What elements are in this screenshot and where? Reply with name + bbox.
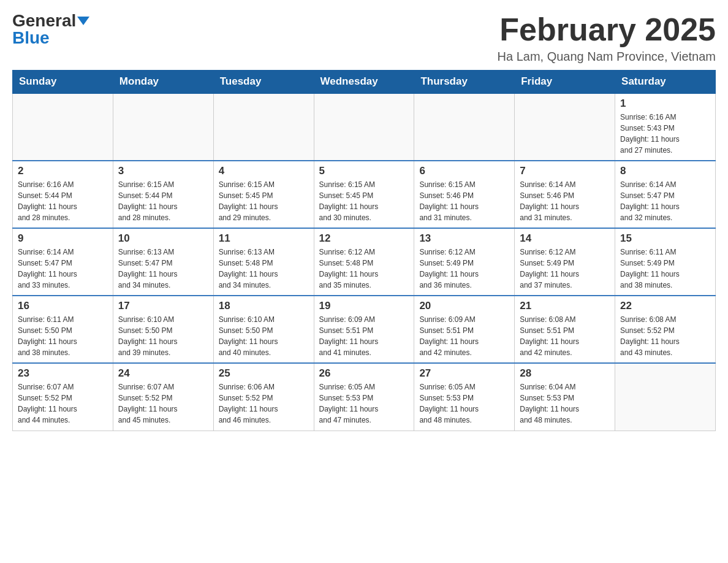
- day-info: Sunrise: 6:11 AMSunset: 5:49 PMDaylight:…: [620, 247, 710, 291]
- day-number: 23: [18, 367, 108, 380]
- calendar-week-3: 9Sunrise: 6:14 AMSunset: 5:47 PMDaylight…: [13, 228, 716, 296]
- calendar-cell: 5Sunrise: 6:15 AMSunset: 5:45 PMDaylight…: [314, 161, 414, 228]
- day-number: 17: [118, 300, 208, 312]
- day-info: Sunrise: 6:07 AMSunset: 5:52 PMDaylight:…: [118, 381, 208, 426]
- logo-blue-text: Blue: [12, 29, 50, 47]
- col-header-monday: Monday: [113, 71, 213, 94]
- calendar-cell: 3Sunrise: 6:15 AMSunset: 5:44 PMDaylight…: [113, 161, 213, 228]
- calendar-cell: 26Sunrise: 6:05 AMSunset: 5:53 PMDayligh…: [314, 363, 414, 431]
- day-number: 19: [319, 300, 409, 312]
- calendar-cell: 13Sunrise: 6:12 AMSunset: 5:49 PMDayligh…: [414, 228, 515, 296]
- day-info: Sunrise: 6:14 AMSunset: 5:47 PMDaylight:…: [620, 179, 710, 223]
- day-number: 21: [520, 300, 610, 312]
- day-number: 27: [419, 367, 509, 380]
- day-info: Sunrise: 6:05 AMSunset: 5:53 PMDaylight:…: [419, 381, 509, 426]
- day-info: Sunrise: 6:15 AMSunset: 5:46 PMDaylight:…: [419, 179, 509, 223]
- calendar-cell: 20Sunrise: 6:09 AMSunset: 5:51 PMDayligh…: [414, 296, 515, 363]
- day-info: Sunrise: 6:06 AMSunset: 5:52 PMDaylight:…: [219, 381, 309, 426]
- col-header-sunday: Sunday: [13, 71, 113, 94]
- col-header-wednesday: Wednesday: [314, 71, 414, 94]
- calendar-cell: 15Sunrise: 6:11 AMSunset: 5:49 PMDayligh…: [615, 228, 716, 296]
- day-info: Sunrise: 6:10 AMSunset: 5:50 PMDaylight:…: [118, 314, 208, 358]
- calendar-cell: 8Sunrise: 6:14 AMSunset: 5:47 PMDaylight…: [615, 161, 716, 228]
- col-header-friday: Friday: [515, 71, 615, 94]
- day-info: Sunrise: 6:07 AMSunset: 5:52 PMDaylight:…: [18, 381, 108, 426]
- day-info: Sunrise: 6:04 AMSunset: 5:53 PMDaylight:…: [520, 381, 610, 426]
- calendar-cell: [13, 93, 113, 161]
- logo: General Blue: [12, 12, 89, 47]
- calendar-header-row: SundayMondayTuesdayWednesdayThursdayFrid…: [13, 71, 716, 94]
- day-info: Sunrise: 6:09 AMSunset: 5:51 PMDaylight:…: [419, 314, 509, 358]
- day-info: Sunrise: 6:13 AMSunset: 5:48 PMDaylight:…: [219, 247, 309, 291]
- calendar-cell: 1Sunrise: 6:16 AMSunset: 5:43 PMDaylight…: [615, 93, 716, 161]
- calendar-cell: [213, 93, 314, 161]
- day-info: Sunrise: 6:11 AMSunset: 5:50 PMDaylight:…: [18, 314, 108, 358]
- day-info: Sunrise: 6:13 AMSunset: 5:47 PMDaylight:…: [118, 247, 208, 291]
- calendar-cell: 22Sunrise: 6:08 AMSunset: 5:52 PMDayligh…: [615, 296, 716, 363]
- day-number: 7: [520, 165, 610, 177]
- day-number: 16: [18, 300, 108, 312]
- day-number: 3: [118, 165, 208, 177]
- day-info: Sunrise: 6:14 AMSunset: 5:46 PMDaylight:…: [520, 179, 610, 223]
- calendar-cell: 17Sunrise: 6:10 AMSunset: 5:50 PMDayligh…: [113, 296, 213, 363]
- day-number: 12: [319, 232, 409, 245]
- day-number: 5: [319, 165, 409, 177]
- calendar-cell: [113, 93, 213, 161]
- col-header-tuesday: Tuesday: [213, 71, 314, 94]
- day-info: Sunrise: 6:16 AMSunset: 5:43 PMDaylight:…: [620, 112, 710, 156]
- calendar-week-5: 23Sunrise: 6:07 AMSunset: 5:52 PMDayligh…: [13, 363, 716, 431]
- col-header-thursday: Thursday: [414, 71, 515, 94]
- calendar-cell: 16Sunrise: 6:11 AMSunset: 5:50 PMDayligh…: [13, 296, 113, 363]
- day-number: 8: [620, 165, 710, 177]
- calendar-cell: [314, 93, 414, 161]
- day-info: Sunrise: 6:15 AMSunset: 5:44 PMDaylight:…: [118, 179, 208, 223]
- day-number: 15: [620, 232, 710, 245]
- day-info: Sunrise: 6:08 AMSunset: 5:52 PMDaylight:…: [620, 314, 710, 358]
- calendar-cell: 12Sunrise: 6:12 AMSunset: 5:48 PMDayligh…: [314, 228, 414, 296]
- col-header-saturday: Saturday: [615, 71, 716, 94]
- calendar-week-1: 1Sunrise: 6:16 AMSunset: 5:43 PMDaylight…: [13, 93, 716, 161]
- calendar-cell: 19Sunrise: 6:09 AMSunset: 5:51 PMDayligh…: [314, 296, 414, 363]
- location-subtitle: Ha Lam, Quang Nam Province, Vietnam: [498, 50, 716, 64]
- calendar-cell: 28Sunrise: 6:04 AMSunset: 5:53 PMDayligh…: [515, 363, 615, 431]
- day-number: 10: [118, 232, 208, 245]
- day-info: Sunrise: 6:15 AMSunset: 5:45 PMDaylight:…: [319, 179, 409, 223]
- day-info: Sunrise: 6:09 AMSunset: 5:51 PMDaylight:…: [319, 314, 409, 358]
- calendar-cell: 23Sunrise: 6:07 AMSunset: 5:52 PMDayligh…: [13, 363, 113, 431]
- calendar-cell: 7Sunrise: 6:14 AMSunset: 5:46 PMDaylight…: [515, 161, 615, 228]
- calendar-cell: 21Sunrise: 6:08 AMSunset: 5:51 PMDayligh…: [515, 296, 615, 363]
- day-info: Sunrise: 6:10 AMSunset: 5:50 PMDaylight:…: [219, 314, 309, 358]
- day-number: 6: [419, 165, 509, 177]
- day-number: 26: [319, 367, 409, 380]
- day-info: Sunrise: 6:05 AMSunset: 5:53 PMDaylight:…: [319, 381, 409, 426]
- calendar-cell: 25Sunrise: 6:06 AMSunset: 5:52 PMDayligh…: [213, 363, 314, 431]
- day-info: Sunrise: 6:15 AMSunset: 5:45 PMDaylight:…: [219, 179, 309, 223]
- calendar-cell: [615, 363, 716, 431]
- calendar-cell: 18Sunrise: 6:10 AMSunset: 5:50 PMDayligh…: [213, 296, 314, 363]
- day-number: 20: [419, 300, 509, 312]
- day-number: 9: [18, 232, 108, 245]
- day-number: 11: [219, 232, 309, 245]
- calendar-cell: 4Sunrise: 6:15 AMSunset: 5:45 PMDaylight…: [213, 161, 314, 228]
- day-info: Sunrise: 6:12 AMSunset: 5:48 PMDaylight:…: [319, 247, 409, 291]
- calendar-cell: 11Sunrise: 6:13 AMSunset: 5:48 PMDayligh…: [213, 228, 314, 296]
- calendar-week-4: 16Sunrise: 6:11 AMSunset: 5:50 PMDayligh…: [13, 296, 716, 363]
- day-number: 1: [620, 98, 710, 110]
- page-header: General Blue February 2025 Ha Lam, Quang…: [12, 12, 716, 64]
- day-number: 24: [118, 367, 208, 380]
- logo-general-text: General: [12, 12, 89, 29]
- day-number: 25: [219, 367, 309, 380]
- title-section: February 2025 Ha Lam, Quang Nam Province…: [498, 12, 716, 64]
- calendar-cell: [515, 93, 615, 161]
- calendar-cell: 9Sunrise: 6:14 AMSunset: 5:47 PMDaylight…: [13, 228, 113, 296]
- day-number: 2: [18, 165, 108, 177]
- month-title: February 2025: [498, 12, 716, 47]
- calendar-cell: 14Sunrise: 6:12 AMSunset: 5:49 PMDayligh…: [515, 228, 615, 296]
- calendar-cell: [414, 93, 515, 161]
- day-number: 13: [419, 232, 509, 245]
- day-number: 14: [520, 232, 610, 245]
- calendar-cell: 2Sunrise: 6:16 AMSunset: 5:44 PMDaylight…: [13, 161, 113, 228]
- calendar-week-2: 2Sunrise: 6:16 AMSunset: 5:44 PMDaylight…: [13, 161, 716, 228]
- calendar-cell: 27Sunrise: 6:05 AMSunset: 5:53 PMDayligh…: [414, 363, 515, 431]
- day-info: Sunrise: 6:12 AMSunset: 5:49 PMDaylight:…: [520, 247, 610, 291]
